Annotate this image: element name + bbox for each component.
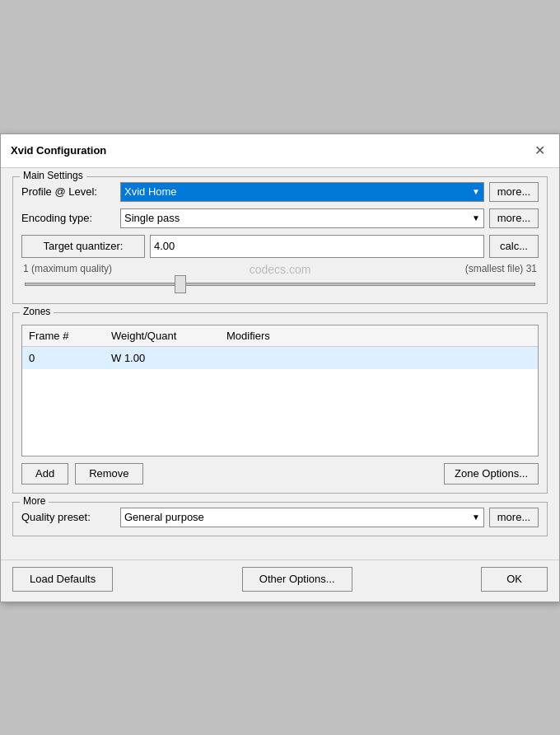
encoding-type-label: Encoding type: [21,212,120,224]
zones-table-header: Frame # Weight/Quant Modifiers [22,325,538,347]
zones-actions-row: Add Remove Zone Options... [21,463,539,485]
main-settings-label: Main Settings [20,170,86,181]
main-window: Xvid Configuration ✕ Main Settings Profi… [0,133,560,602]
quality-preset-more-button[interactable]: more... [489,508,539,527]
content-area: Main Settings Profile @ Level: Xvid Home… [1,168,559,556]
profile-level-row: Profile @ Level: Xvid Home ▼ more... [21,182,539,202]
profile-level-arrow[interactable]: ▼ [472,187,480,196]
other-options-button[interactable]: Other Options... [242,567,352,592]
encoding-type-more-button[interactable]: more... [489,208,539,228]
zone-options-button[interactable]: Zone Options... [444,463,539,485]
quality-preset-arrow[interactable]: ▼ [472,513,480,522]
zones-col-modifiers-header: Modifiers [220,328,538,344]
quality-slider[interactable] [25,276,535,293]
main-settings-group: Main Settings Profile @ Level: Xvid Home… [12,176,548,304]
profile-level-more-button[interactable]: more... [489,182,539,202]
encoding-type-value[interactable]: Single pass [124,212,472,224]
zones-col-weight-header: Weight/Quant [105,328,220,344]
bottom-bar: Load Defaults Other Options... OK [1,559,559,602]
quality-preset-combo-wrapper: General purpose ▼ [120,508,484,527]
load-defaults-button[interactable]: Load Defaults [12,567,113,592]
encoding-type-row: Encoding type: Single pass ▼ more... [21,208,539,228]
slider-container [21,276,539,295]
add-button[interactable]: Add [21,463,68,485]
calc-button[interactable]: calc... [489,235,539,258]
encoding-type-combo-wrapper: Single pass ▼ [120,208,484,228]
profile-level-combo-wrapper: Xvid Home ▼ [120,182,484,202]
watermark-text: codecs.com [250,263,311,276]
close-button[interactable]: ✕ [530,141,549,161]
zones-col-frame-header: Frame # [22,328,105,344]
quality-preset-label: Quality preset: [21,511,120,523]
zones-group-label: Zones [20,306,54,317]
zones-cell-weight-0: W 1.00 [105,350,220,366]
quality-preset-value[interactable]: General purpose [124,511,472,523]
quality-labels-row: 1 (maximum quality) codecs.com (smallest… [21,263,539,274]
profile-level-label: Profile @ Level: [21,185,120,198]
table-row[interactable]: 0 W 1.00 [22,347,538,369]
ok-button[interactable]: OK [481,567,548,592]
zones-cell-frame-0: 0 [22,350,105,366]
target-quantizer-row: Target quantizer: calc... [21,235,539,258]
title-bar: Xvid Configuration ✕ [1,134,559,168]
quality-max-label: (smallest file) 31 [465,263,537,274]
window-title: Xvid Configuration [11,144,106,157]
target-quantizer-button[interactable]: Target quantizer: [21,235,145,258]
zones-table: Frame # Weight/Quant Modifiers 0 W 1.00 [21,325,539,456]
more-group-label: More [20,495,49,507]
more-group: More Quality preset: General purpose ▼ m… [12,502,548,536]
remove-button[interactable]: Remove [75,463,142,485]
target-quantizer-input[interactable] [150,235,484,258]
zones-group: Zones Frame # Weight/Quant Modifiers 0 W… [12,312,548,494]
zones-cell-mod-0 [220,350,538,366]
profile-level-value[interactable]: Xvid Home [124,185,472,198]
quality-preset-row: Quality preset: General purpose ▼ more..… [21,508,539,527]
encoding-type-arrow[interactable]: ▼ [472,213,480,222]
quality-min-label: 1 (maximum quality) [23,263,112,274]
